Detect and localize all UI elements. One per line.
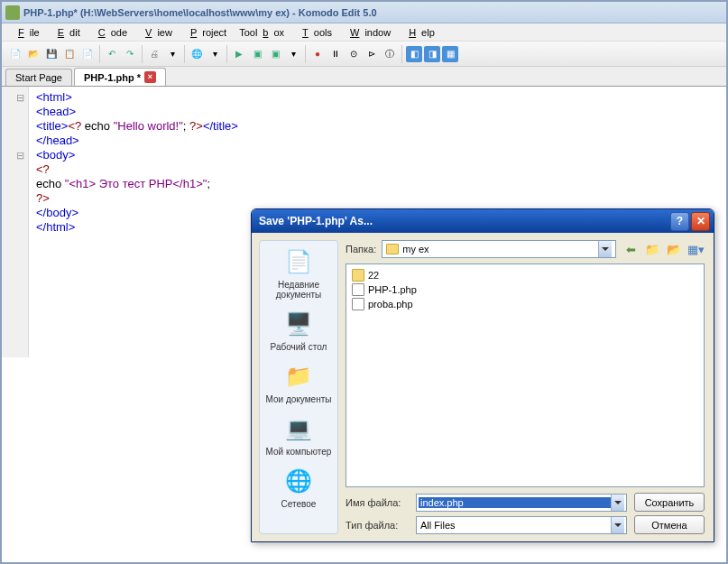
tb-run2[interactable]: ▣ (249, 46, 265, 62)
filename-label: Имя файла: (346, 497, 409, 508)
filename-input[interactable]: index.php (416, 494, 627, 512)
menu-edit[interactable]: Edit (47, 25, 86, 40)
tb-copy[interactable]: 📄 (79, 46, 96, 62)
place-label: Мой компьютер (266, 447, 332, 457)
tab-label: PHP-1.php * (84, 72, 141, 83)
tb-open[interactable]: 📂 (25, 46, 41, 62)
filetype-value: All Files (419, 520, 611, 531)
chevron-down-icon (611, 495, 624, 511)
tb-step2[interactable]: ⊳ (364, 46, 380, 62)
menu-project[interactable]: Project (180, 25, 232, 40)
file-icon (352, 298, 364, 310)
folder-dropdown[interactable]: my ex (382, 240, 616, 258)
place-icon: 📄 (283, 246, 314, 277)
tb-globe[interactable]: 🌐 (189, 46, 205, 62)
up-button[interactable]: 📁 (643, 240, 661, 258)
tb-step1[interactable]: ⊙ (346, 46, 362, 62)
tb-saveall[interactable]: 📋 (61, 46, 78, 62)
places-bar: 📄Недавние документы🖥️Рабочий стол📁Мои до… (259, 240, 338, 534)
tb-ext1[interactable]: ◧ (406, 46, 422, 62)
tb-step3[interactable]: ⓘ (382, 46, 398, 62)
tb-save[interactable]: 💾 (43, 46, 60, 62)
file-name: 22 (368, 270, 379, 281)
place-label: Сетевое (281, 499, 317, 509)
place-icon: 🌐 (283, 466, 314, 496)
filename-value: index.php (419, 497, 611, 508)
menu-help[interactable]: Help (398, 25, 440, 40)
menu-toolbox[interactable]: Toolbox (234, 25, 290, 40)
view-button[interactable]: ▦▾ (687, 240, 705, 258)
toolbar: 📄 📂 💾 📋 📄 ↶ ↷ 🖨 ▾ 🌐 ▾ ▶ ▣ ▣ ▾ ● ⏸ ⊙ ⊳ ⓘ … (2, 42, 726, 67)
save-button[interactable]: Сохранить (634, 493, 705, 512)
filetype-dropdown[interactable]: All Files (416, 516, 627, 534)
new-folder-button[interactable]: 📂 (665, 240, 683, 258)
place-item[interactable]: 📄Недавние документы (262, 246, 336, 300)
folder-icon (386, 244, 399, 254)
tb-redo[interactable]: ↷ (122, 46, 138, 62)
file-item[interactable]: proba.php (350, 297, 700, 311)
file-item[interactable]: PHP-1.php (350, 282, 700, 297)
tab-close-icon[interactable]: × (144, 71, 156, 83)
tb-preview[interactable]: ▾ (164, 46, 180, 62)
menu-tools[interactable]: Tools (291, 25, 337, 40)
place-icon: 💻 (283, 413, 314, 444)
menu-view[interactable]: View (134, 25, 178, 40)
tb-ext3[interactable]: ▦ (442, 46, 458, 62)
place-item[interactable]: 💻Мой компьютер (266, 413, 332, 457)
place-item[interactable]: 🖥️Рабочий стол (271, 309, 327, 352)
place-item[interactable]: 🌐Сетевое (281, 466, 317, 509)
dialog-help-button[interactable]: ? (670, 212, 689, 231)
tb-globe-dd[interactable]: ▾ (207, 46, 223, 62)
file-name: proba.php (368, 299, 413, 310)
place-icon: 🖥️ (283, 309, 314, 339)
tb-run4[interactable]: ▾ (285, 46, 301, 62)
menu-code[interactable]: Code (88, 25, 133, 40)
window-title: PHP-1.php* (H:\WebServers\home\localhost… (23, 7, 377, 18)
file-name: PHP-1.php (368, 284, 417, 295)
tb-new[interactable]: 📄 (7, 46, 23, 62)
tb-record[interactable]: ● (309, 46, 326, 62)
file-icon (352, 283, 364, 296)
app-titlebar: PHP-1.php* (H:\WebServers\home\localhost… (2, 2, 726, 23)
tab-label: Start Page (15, 72, 62, 83)
folder-value: my ex (402, 244, 429, 254)
place-item[interactable]: 📁Мои документы (266, 361, 332, 404)
place-label: Недавние документы (262, 280, 336, 300)
file-item[interactable]: 22 (350, 268, 700, 282)
app-icon (5, 5, 20, 20)
tabbar: Start Page PHP-1.php * × (2, 67, 726, 87)
cancel-button[interactable]: Отмена (634, 515, 705, 534)
chevron-down-icon (611, 517, 624, 533)
place-label: Мои документы (266, 394, 332, 404)
tb-undo[interactable]: ↶ (104, 46, 120, 62)
tb-print[interactable]: 🖨 (146, 46, 162, 62)
dialog-titlebar[interactable]: Save 'PHP-1.php' As... ? ✕ (252, 209, 714, 233)
tb-run3[interactable]: ▣ (267, 46, 283, 62)
tab-startpage[interactable]: Start Page (5, 69, 72, 86)
chevron-down-icon (598, 241, 612, 257)
tb-ext2[interactable]: ◨ (424, 46, 440, 62)
back-button[interactable]: ⬅ (622, 240, 640, 258)
place-icon: 📁 (283, 361, 314, 392)
tb-pause[interactable]: ⏸ (327, 46, 344, 62)
folder-label: Папка: (346, 244, 376, 254)
tab-php-1[interactable]: PHP-1.php * × (74, 68, 166, 86)
menu-window[interactable]: Window (339, 25, 396, 40)
place-label: Рабочий стол (271, 342, 327, 352)
file-list[interactable]: 22PHP-1.phpproba.php (346, 264, 705, 487)
filetype-label: Тип файла: (346, 520, 409, 531)
dialog-close-button[interactable]: ✕ (691, 212, 710, 231)
gutter: ⊟⊟ (2, 87, 29, 357)
dialog-title: Save 'PHP-1.php' As... (255, 215, 668, 227)
menubar: File Edit Code View Project Toolbox Tool… (2, 23, 726, 42)
tb-run1[interactable]: ▶ (231, 46, 247, 62)
menu-file[interactable]: File (7, 25, 45, 40)
save-as-dialog: Save 'PHP-1.php' As... ? ✕ 📄Недавние док… (251, 208, 714, 542)
folder-icon (352, 269, 364, 282)
